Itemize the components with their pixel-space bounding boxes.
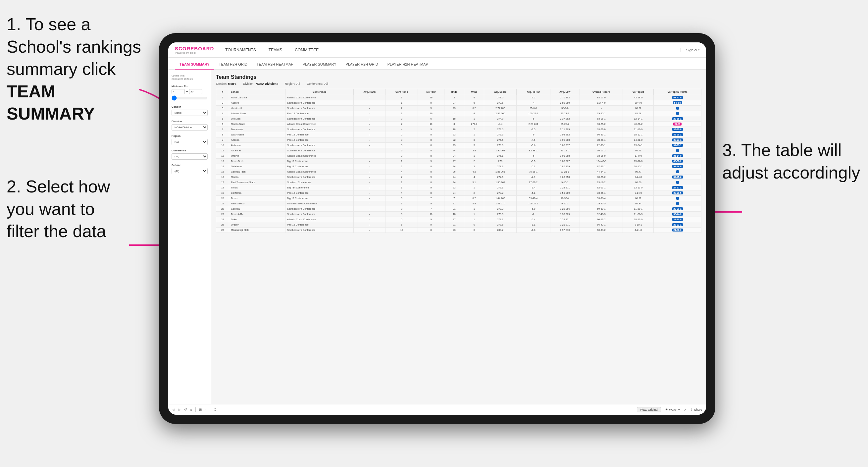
region-label: Region xyxy=(172,134,208,137)
min-rounds-slider[interactable] xyxy=(172,95,208,101)
gender-filter: Gender Men's Women's xyxy=(172,105,208,116)
nav-tournaments[interactable]: TOURNAMENTS xyxy=(224,43,257,57)
share-icon: ⇪ xyxy=(690,408,693,411)
sub-nav-team-summary[interactable]: TEAM SUMMARY xyxy=(175,60,214,69)
table-row: 12VirginiaAtlantic Coast Conference-3824… xyxy=(216,153,702,159)
school-select[interactable]: (All) xyxy=(172,168,208,174)
table-row: 5Ole MissSoutheastern Conference-3618127… xyxy=(216,116,702,122)
watch-button[interactable]: 👁 Watch ▾ xyxy=(665,408,680,411)
table-row: 23Texas A&MSoutheastern Conference-91018… xyxy=(216,212,702,217)
standings-title: Team Standings xyxy=(216,74,702,80)
share-button[interactable]: ⇪ Share xyxy=(690,408,702,411)
region-select[interactable]: N/A All xyxy=(172,139,208,145)
col-adj-score: Adj. Score xyxy=(484,89,516,95)
col-vs-top-25: Vs Top 25 xyxy=(623,89,654,95)
table-row: 8WashingtonPac-12 Conference-28231276.3-… xyxy=(216,132,702,137)
back-icon[interactable]: ◁ xyxy=(172,408,175,411)
col-school: School xyxy=(229,89,285,95)
sub-nav: TEAM SUMMARY TEAM H2H GRID TEAM H2H HEAT… xyxy=(168,58,706,69)
forward-icon[interactable]: ▷ xyxy=(178,408,181,411)
instruction-2: 2. Select how you want to filter the dat… xyxy=(7,176,146,243)
table-row: 18IllinoisBig Ten Conference-19231276.1-… xyxy=(216,185,702,190)
gender-label: Gender xyxy=(172,105,208,108)
refresh-icon[interactable]: ↺ xyxy=(184,408,187,411)
conference-select[interactable]: (All) xyxy=(172,153,208,160)
table-row: 9ArizonaPac-12 Conference-38223276.5-4.6… xyxy=(216,137,702,143)
instruction-1-bold: TEAM SUMMARY xyxy=(7,82,95,124)
table-row: 22GeorgiaSoutheastern Conference-8721127… xyxy=(216,206,702,212)
min-rounds-max-input[interactable] xyxy=(189,89,203,94)
table-row: 24DukeAtlantic Coast Conference-59271279… xyxy=(216,217,702,222)
toolbar-right: View: Original 👁 Watch ▾ ⤢ ⇪ Share xyxy=(637,407,702,412)
table-row: 1North CarolinaAtlantic Coast Conference… xyxy=(216,95,702,100)
school-label: School xyxy=(172,164,208,166)
sub-nav-team-h2h-grid[interactable]: TEAM H2H GRID xyxy=(214,60,252,69)
separator-1 xyxy=(195,407,196,412)
table-row: 25OregonPac-12 Conference-59210278.5-1.1… xyxy=(216,222,702,227)
nav-teams[interactable]: TEAMS xyxy=(267,43,283,57)
gender-select[interactable]: Men's Women's xyxy=(172,110,208,116)
separator-2 xyxy=(210,407,210,412)
sub-nav-team-h2h-heatmap[interactable]: TEAM H2H HEATMAP xyxy=(252,60,298,69)
col-avg-to-par: Avg. to Par xyxy=(516,89,550,95)
col-no-tour: No Tour xyxy=(418,89,444,95)
standings-table: # School Conference Avg. Rank Conf Rank … xyxy=(216,89,702,233)
view-original-button[interactable]: View: Original xyxy=(637,407,661,412)
bottom-toolbar: ◁ ▷ ↺ ⌂ ⊞ ↑ ⏱ View: Original 👁 Watch ▾ ⤢… xyxy=(168,404,706,415)
col-vs-top-50-points: Vs Top 50 Points xyxy=(654,89,702,95)
table-row: 17East Tennessee StateSouthern Conferenc… xyxy=(216,180,702,185)
main-content: Update time: 27/03/2024 16:56:26 Minimum… xyxy=(168,69,706,404)
sub-nav-player-h2h-heatmap[interactable]: PLAYER H2H HEATMAP xyxy=(383,60,433,69)
col-rank: # xyxy=(216,89,229,95)
instruction-3: 3. The table will adjust accordingly xyxy=(722,139,861,184)
clock-icon[interactable]: ⏱ xyxy=(214,408,217,411)
table-row: 7TennesseeSoutheastern Conference-491822… xyxy=(216,127,702,132)
table-row: 6Florida StateAtlantic Coast Conference-… xyxy=(216,122,702,127)
filter-panel: Update time: 27/03/2024 16:56:26 Minimum… xyxy=(168,69,211,404)
chevron-down-icon: ▾ xyxy=(678,408,680,411)
table-row: 4Arizona StatePac-12 Conference-126142.5… xyxy=(216,111,702,116)
col-rnds: Rnds xyxy=(444,89,464,95)
data-panel: Team Standings Gender: Men's Division: N… xyxy=(211,69,706,404)
table-row: 2AuburnSoutheastern Conference-19276273.… xyxy=(216,100,702,106)
col-conference: Conference xyxy=(285,89,354,95)
table-row: 13Texas TechBig 12 Conference-19272276-3… xyxy=(216,159,702,164)
col-conf-rank: Conf Rank xyxy=(385,89,418,95)
table-row: 11ArkansasSoutheastern Conference-68243.… xyxy=(216,148,702,153)
division-label: Division xyxy=(172,120,208,123)
table-row: 16FloridaSoutheastern Conference-7924427… xyxy=(216,175,702,180)
region-filter: Region N/A All xyxy=(172,134,208,145)
table-row: 19CaliforniaPac-12 Conference-48242278.2… xyxy=(216,190,702,196)
col-overall-record: Overall Record xyxy=(580,89,623,95)
min-rounds-label: Minimum Ro... xyxy=(172,85,208,88)
home-icon[interactable]: ⌂ xyxy=(190,408,192,411)
sub-nav-player-h2h-grid[interactable]: PLAYER H2H GRID xyxy=(341,60,383,69)
resize-icon[interactable]: ⤢ xyxy=(684,408,686,411)
school-filter: School (All) xyxy=(172,164,208,174)
tablet-screen: SCOREBOARD Powered by clippi TOURNAMENTS… xyxy=(168,42,706,415)
bookmark-icon[interactable]: ⊞ xyxy=(199,408,202,411)
eye-icon: 👁 xyxy=(665,408,668,411)
update-time: Update time: 27/03/2024 16:56:26 xyxy=(172,74,208,81)
nav-links: TOURNAMENTS TEAMS COMMITTEE xyxy=(224,43,680,57)
conference-filter: Conference (All) xyxy=(172,149,208,160)
col-wins: Wins xyxy=(464,89,484,95)
division-select[interactable]: NCAA Division I NCAA Division II NCAA Di… xyxy=(172,124,208,130)
logo-sub: Powered by clippi xyxy=(175,51,214,54)
instruction-1: 1. To see a School's rankings summary cl… xyxy=(7,13,146,125)
logo-area: SCOREBOARD Powered by clippi xyxy=(175,46,214,54)
share-icon-2[interactable]: ↑ xyxy=(205,408,207,411)
table-row: 14OklahomaBig 12 Conference-28242278.3-5… xyxy=(216,164,702,169)
table-row: 10AlabamaSoutheastern Conference-5823327… xyxy=(216,143,702,148)
top-nav: SCOREBOARD Powered by clippi TOURNAMENTS… xyxy=(168,42,706,58)
min-rounds-range: – xyxy=(172,89,208,94)
table-row: 20TexasBig 12 Conference-3770.71.44 2695… xyxy=(216,196,702,201)
table-row: 3VanderbiltSoutheastern Conference-25236… xyxy=(216,106,702,111)
col-avg-rank: Avg. Rank xyxy=(354,89,385,95)
min-rounds-filter: Minimum Ro... – xyxy=(172,85,208,101)
nav-committee[interactable]: COMMITTEE xyxy=(293,43,320,57)
sign-out-link[interactable]: Sign out xyxy=(681,48,700,52)
division-filter: Division NCAA Division I NCAA Division I… xyxy=(172,120,208,130)
min-rounds-min-input[interactable] xyxy=(172,89,185,94)
sub-nav-player-summary[interactable]: PLAYER SUMMARY xyxy=(298,60,341,69)
